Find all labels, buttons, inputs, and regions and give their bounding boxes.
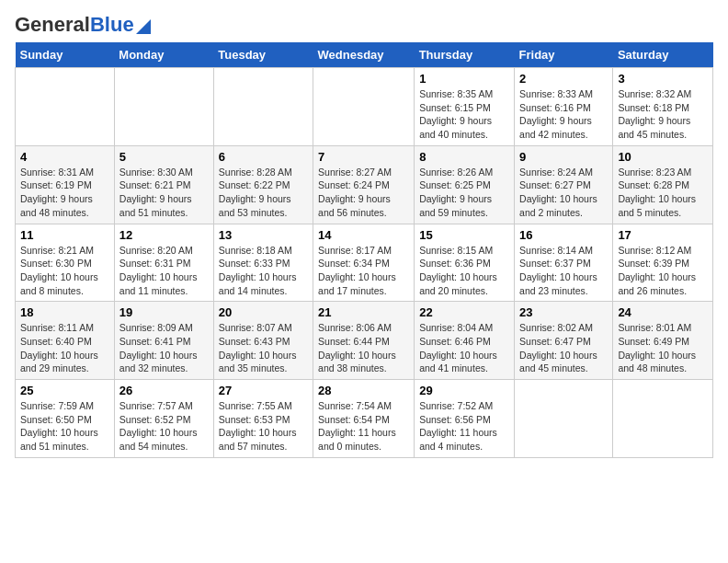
calendar-week-row: 25Sunrise: 7:59 AM Sunset: 6:50 PM Dayli… [16,380,713,458]
day-number: 7 [318,150,409,164]
day-number: 3 [618,72,708,86]
day-number: 8 [419,150,509,164]
day-info: Sunrise: 7:59 AM Sunset: 6:50 PM Dayligh… [20,399,109,454]
day-info: Sunrise: 8:15 AM Sunset: 6:36 PM Dayligh… [419,244,509,298]
calendar-table: SundayMondayTuesdayWednesdayThursdayFrid… [15,42,713,458]
day-number: 6 [219,150,308,164]
day-number: 20 [219,305,308,319]
calendar-week-row: 1Sunrise: 8:35 AM Sunset: 6:15 PM Daylig… [16,68,713,146]
day-info: Sunrise: 8:14 AM Sunset: 6:37 PM Dayligh… [519,244,608,298]
day-info: Sunrise: 8:20 AM Sunset: 6:31 PM Dayligh… [119,244,209,298]
day-info: Sunrise: 8:09 AM Sunset: 6:41 PM Dayligh… [119,321,209,375]
calendar-cell: 6Sunrise: 8:28 AM Sunset: 6:22 PM Daylig… [213,145,313,224]
calendar-week-row: 11Sunrise: 8:21 AM Sunset: 6:30 PM Dayli… [16,224,713,302]
day-number: 16 [519,228,608,242]
calendar-cell: 25Sunrise: 7:59 AM Sunset: 6:50 PM Dayli… [16,380,115,458]
logo: GeneralBlue [15,15,151,35]
day-number: 28 [318,384,409,397]
day-number: 24 [618,305,708,319]
day-info: Sunrise: 7:54 AM Sunset: 6:54 PM Dayligh… [318,399,409,454]
day-info: Sunrise: 8:30 AM Sunset: 6:21 PM Dayligh… [119,166,209,220]
calendar-week-row: 4Sunrise: 8:31 AM Sunset: 6:19 PM Daylig… [16,145,713,224]
day-number: 1 [419,72,509,86]
calendar-cell: 15Sunrise: 8:15 AM Sunset: 6:36 PM Dayli… [415,224,515,302]
day-info: Sunrise: 8:24 AM Sunset: 6:27 PM Dayligh… [519,166,608,220]
day-number: 27 [219,384,308,397]
day-number: 17 [618,228,708,242]
calendar-cell: 9Sunrise: 8:24 AM Sunset: 6:27 PM Daylig… [515,145,613,224]
calendar-cell [515,380,613,458]
day-info: Sunrise: 8:17 AM Sunset: 6:34 PM Dayligh… [318,244,409,298]
calendar-cell: 29Sunrise: 7:52 AM Sunset: 6:56 PM Dayli… [415,380,515,458]
day-number: 13 [219,228,308,242]
day-number: 29 [419,384,509,397]
calendar-cell: 24Sunrise: 8:01 AM Sunset: 6:49 PM Dayli… [613,302,713,380]
header-sunday: Sunday [16,42,115,68]
calendar-cell [213,68,313,146]
day-number: 22 [419,305,509,319]
calendar-cell: 28Sunrise: 7:54 AM Sunset: 6:54 PM Dayli… [313,380,415,458]
calendar-cell: 17Sunrise: 8:12 AM Sunset: 6:39 PM Dayli… [613,224,713,302]
calendar-cell: 18Sunrise: 8:11 AM Sunset: 6:40 PM Dayli… [16,302,115,380]
day-info: Sunrise: 8:28 AM Sunset: 6:22 PM Dayligh… [219,166,308,220]
calendar-cell [16,68,115,146]
day-info: Sunrise: 7:52 AM Sunset: 6:56 PM Dayligh… [419,399,509,454]
calendar-cell: 20Sunrise: 8:07 AM Sunset: 6:43 PM Dayli… [213,302,313,380]
calendar-cell: 7Sunrise: 8:27 AM Sunset: 6:24 PM Daylig… [313,145,415,224]
calendar-cell: 19Sunrise: 8:09 AM Sunset: 6:41 PM Dayli… [114,302,213,380]
calendar-cell: 10Sunrise: 8:23 AM Sunset: 6:28 PM Dayli… [613,145,713,224]
day-info: Sunrise: 8:01 AM Sunset: 6:49 PM Dayligh… [618,321,708,375]
day-number: 2 [519,72,608,86]
calendar-cell: 2Sunrise: 8:33 AM Sunset: 6:16 PM Daylig… [515,68,613,146]
day-number: 5 [119,150,209,164]
day-info: Sunrise: 8:35 AM Sunset: 6:15 PM Dayligh… [419,87,509,142]
day-info: Sunrise: 8:26 AM Sunset: 6:25 PM Dayligh… [419,166,509,220]
day-number: 21 [318,305,409,319]
header-monday: Monday [114,42,213,68]
day-number: 4 [20,150,109,164]
day-info: Sunrise: 8:06 AM Sunset: 6:44 PM Dayligh… [318,321,409,375]
calendar-cell: 8Sunrise: 8:26 AM Sunset: 6:25 PM Daylig… [415,145,515,224]
header-thursday: Thursday [415,42,515,68]
day-info: Sunrise: 8:11 AM Sunset: 6:40 PM Dayligh… [20,321,109,375]
calendar-cell: 3Sunrise: 8:32 AM Sunset: 6:18 PM Daylig… [613,68,713,146]
calendar-cell [613,380,713,458]
calendar-cell [114,68,213,146]
day-number: 9 [519,150,608,164]
header-friday: Friday [515,42,613,68]
logo-text: GeneralBlue [15,15,134,35]
day-number: 26 [119,384,209,397]
calendar-cell: 1Sunrise: 8:35 AM Sunset: 6:15 PM Daylig… [415,68,515,146]
day-info: Sunrise: 7:57 AM Sunset: 6:52 PM Dayligh… [119,399,209,454]
calendar-cell [313,68,415,146]
calendar-cell: 22Sunrise: 8:04 AM Sunset: 6:46 PM Dayli… [415,302,515,380]
calendar-cell: 14Sunrise: 8:17 AM Sunset: 6:34 PM Dayli… [313,224,415,302]
calendar-cell: 27Sunrise: 7:55 AM Sunset: 6:53 PM Dayli… [213,380,313,458]
calendar-cell: 11Sunrise: 8:21 AM Sunset: 6:30 PM Dayli… [16,224,115,302]
calendar-cell: 16Sunrise: 8:14 AM Sunset: 6:37 PM Dayli… [515,224,613,302]
day-number: 19 [119,305,209,319]
day-info: Sunrise: 8:23 AM Sunset: 6:28 PM Dayligh… [618,166,708,220]
day-info: Sunrise: 8:02 AM Sunset: 6:47 PM Dayligh… [519,321,608,375]
day-number: 15 [419,228,509,242]
day-info: Sunrise: 8:07 AM Sunset: 6:43 PM Dayligh… [219,321,308,375]
header-wednesday: Wednesday [313,42,415,68]
header-tuesday: Tuesday [213,42,313,68]
day-info: Sunrise: 8:31 AM Sunset: 6:19 PM Dayligh… [20,166,109,220]
header-saturday: Saturday [613,42,713,68]
day-info: Sunrise: 8:21 AM Sunset: 6:30 PM Dayligh… [20,244,109,298]
day-number: 23 [519,305,608,319]
day-number: 10 [618,150,708,164]
day-info: Sunrise: 8:33 AM Sunset: 6:16 PM Dayligh… [519,87,608,142]
day-info: Sunrise: 8:27 AM Sunset: 6:24 PM Dayligh… [318,166,409,220]
calendar-cell: 4Sunrise: 8:31 AM Sunset: 6:19 PM Daylig… [16,145,115,224]
day-info: Sunrise: 8:12 AM Sunset: 6:39 PM Dayligh… [618,244,708,298]
day-number: 12 [119,228,209,242]
calendar-week-row: 18Sunrise: 8:11 AM Sunset: 6:40 PM Dayli… [16,302,713,380]
day-number: 14 [318,228,409,242]
day-number: 25 [20,384,109,397]
calendar-cell: 12Sunrise: 8:20 AM Sunset: 6:31 PM Dayli… [114,224,213,302]
calendar-cell: 23Sunrise: 8:02 AM Sunset: 6:47 PM Dayli… [515,302,613,380]
logo-arrow-icon [136,19,151,34]
page-header: GeneralBlue [15,15,713,35]
